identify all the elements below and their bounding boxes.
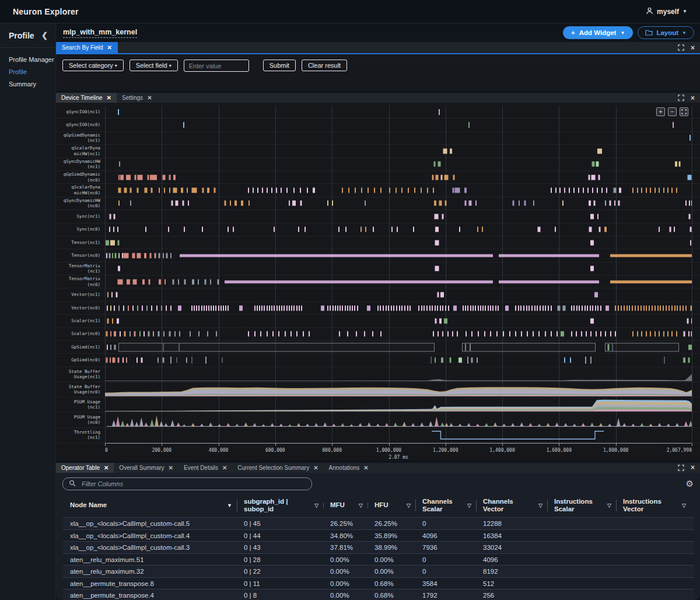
col-header-hfu[interactable]: HFU▽	[368, 501, 415, 509]
event-mark	[610, 332, 611, 337]
close-icon[interactable]: ✕	[104, 465, 108, 471]
close-icon[interactable]: ✕	[169, 465, 173, 471]
tab-operator-table[interactable]: Operator Table✕	[56, 463, 114, 473]
filter-columns-box[interactable]	[62, 477, 312, 490]
event-mark	[570, 358, 571, 363]
filter-funnel-icon[interactable]: ▽	[407, 503, 411, 508]
table-row[interactable]: aten__permute_transpose.40 | 80.00%0.68%…	[63, 589, 694, 600]
event-mark	[352, 305, 353, 311]
close-icon[interactable]: ×	[691, 95, 695, 102]
filter-funnel-icon[interactable]: ▽	[359, 503, 363, 508]
event-mark	[335, 305, 336, 311]
timeline-row-track[interactable]	[105, 328, 692, 340]
event-mark	[109, 253, 111, 258]
timeline-row-track[interactable]	[105, 397, 692, 412]
expand-icon[interactable]	[678, 44, 684, 51]
timeline-row-track[interactable]	[105, 184, 692, 196]
expand-icon[interactable]	[678, 465, 684, 471]
timeline-row-track[interactable]	[105, 382, 692, 397]
add-widget-button[interactable]: + Add Widget ▼	[563, 26, 633, 39]
table-row[interactable]: aten__relu_maximum.320 | 220.00%0.00%081…	[63, 565, 694, 577]
filter-funnel-icon[interactable]: ▽	[682, 503, 686, 508]
col-header-node-name[interactable]: Node Name▼	[63, 501, 237, 509]
select-category-button[interactable]: Select category▾	[62, 60, 124, 71]
col-header-subgraph-id-subop-id[interactable]: subgraph_id | subop_id▽	[237, 498, 323, 513]
value-input[interactable]	[184, 60, 249, 72]
throttling-pulse-line	[432, 431, 604, 439]
timeline-row-track[interactable]	[105, 302, 692, 314]
timeline-row-track[interactable]	[105, 428, 692, 442]
timeline-row-track[interactable]	[105, 275, 692, 288]
event-mark	[673, 122, 674, 128]
timeline-row-track[interactable]	[105, 106, 692, 118]
zoom-out-button[interactable]: −	[668, 107, 677, 116]
timeline-row-track[interactable]	[105, 158, 692, 170]
zoom-in-button[interactable]: +	[656, 107, 665, 116]
timeline-row-track[interactable]	[105, 236, 692, 249]
timeline-row-track[interactable]	[105, 132, 692, 144]
col-header-instructions-vector[interactable]: Instructions Vector▽	[616, 498, 691, 513]
table-row[interactable]: aten__permute_transpose.80 | 110.00%0.68…	[63, 577, 694, 589]
tab-event-details[interactable]: Event Details✕	[178, 463, 232, 473]
table-row[interactable]: xla__op_<locals>CallImpl_custom-call.30 …	[63, 541, 694, 553]
close-icon[interactable]: ✕	[107, 95, 111, 101]
submit-button[interactable]: Submit	[263, 60, 296, 71]
timeline-row-track[interactable]	[105, 210, 692, 222]
timeline-row-track[interactable]	[105, 354, 692, 366]
layout-button[interactable]: Layout ▼	[638, 26, 694, 39]
sidebar-item-profile[interactable]: Profile	[9, 68, 55, 75]
table-row[interactable]: xla__op_<locals>CallImpl_custom-call.40 …	[63, 529, 694, 542]
clear-result-button[interactable]: Clear result	[302, 60, 347, 71]
timeline-row-track[interactable]	[105, 197, 692, 210]
filter-funnel-icon[interactable]: ▽	[607, 503, 611, 508]
timeline-row-track[interactable]	[105, 263, 692, 275]
expand-icon[interactable]	[678, 95, 684, 101]
table-row[interactable]: aten__relu_maximum.510 | 280.00%0.00%040…	[63, 553, 694, 566]
col-header-channels-vector[interactable]: Channels Vector▽	[476, 498, 547, 513]
event-mark	[598, 175, 600, 180]
timeline-row-track[interactable]	[105, 145, 692, 157]
timeline-row-track[interactable]	[105, 118, 692, 131]
close-icon[interactable]: ✕	[107, 44, 112, 51]
filter-funnel-icon[interactable]: ▽	[314, 503, 318, 508]
tab-device-timeline[interactable]: Device Timeline✕	[56, 93, 117, 103]
sort-descending-icon[interactable]: ▼	[227, 503, 232, 508]
tab-search-by-field[interactable]: Search By Field ✕	[56, 42, 118, 53]
user-menu[interactable]: myself ▼	[646, 7, 687, 16]
fit-view-button[interactable]	[680, 107, 688, 116]
page-title[interactable]: mlp_with_mm_kernel	[63, 28, 137, 38]
tab-settings[interactable]: Settings✕	[117, 93, 158, 103]
close-icon[interactable]: ✕	[363, 465, 368, 471]
timeline-row-track[interactable]	[105, 288, 692, 301]
close-icon[interactable]: ×	[691, 464, 695, 471]
close-icon[interactable]: ✕	[222, 465, 227, 471]
col-header-instructions-scalar[interactable]: Instructions Scalar▽	[547, 498, 616, 513]
sidebar-item-summary[interactable]: Summary	[9, 81, 55, 88]
tab-annotations[interactable]: Annotations✕	[324, 463, 374, 473]
col-header-mfu[interactable]: MFU▽	[323, 501, 368, 509]
close-icon[interactable]: ✕	[313, 465, 318, 471]
tab-current-selection-summary[interactable]: Current Selection Summary✕	[232, 463, 323, 473]
close-icon[interactable]: ✕	[147, 95, 152, 101]
event-mark	[117, 318, 119, 323]
filter-columns-input[interactable]	[80, 480, 306, 488]
filter-funnel-icon[interactable]: ▽	[538, 503, 542, 508]
select-field-button[interactable]: Select field▾	[130, 60, 178, 71]
timeline-row-track[interactable]	[105, 249, 692, 261]
timeline-row-track[interactable]	[105, 171, 692, 183]
timeline-row-track[interactable]	[105, 224, 692, 236]
filter-funnel-icon[interactable]: ▽	[467, 503, 471, 508]
table-row[interactable]: xla__op_<locals>CallImpl_custom-call.50 …	[63, 517, 694, 529]
device-timeline-chart[interactable]: + − qSyncIO0(nc1)qSyncIO0(nc0)qGpSimdDyn…	[56, 103, 700, 461]
event-mark	[604, 227, 607, 232]
timeline-row-track[interactable]	[105, 315, 692, 327]
timeline-row-track[interactable]	[105, 341, 692, 353]
tab-overall-summary[interactable]: Overall Summary✕	[114, 463, 178, 473]
col-header-channels-scalar[interactable]: Channels Scalar▽	[415, 498, 476, 513]
timeline-row-track[interactable]	[105, 413, 692, 427]
gear-icon[interactable]: ⚙	[686, 479, 694, 488]
sidebar-item-profile-manager[interactable]: Profile Manager	[9, 56, 55, 63]
timeline-row-track[interactable]	[105, 367, 692, 382]
collapse-sidebar-icon[interactable]: ❮	[41, 31, 48, 40]
close-icon[interactable]: ×	[691, 44, 695, 51]
